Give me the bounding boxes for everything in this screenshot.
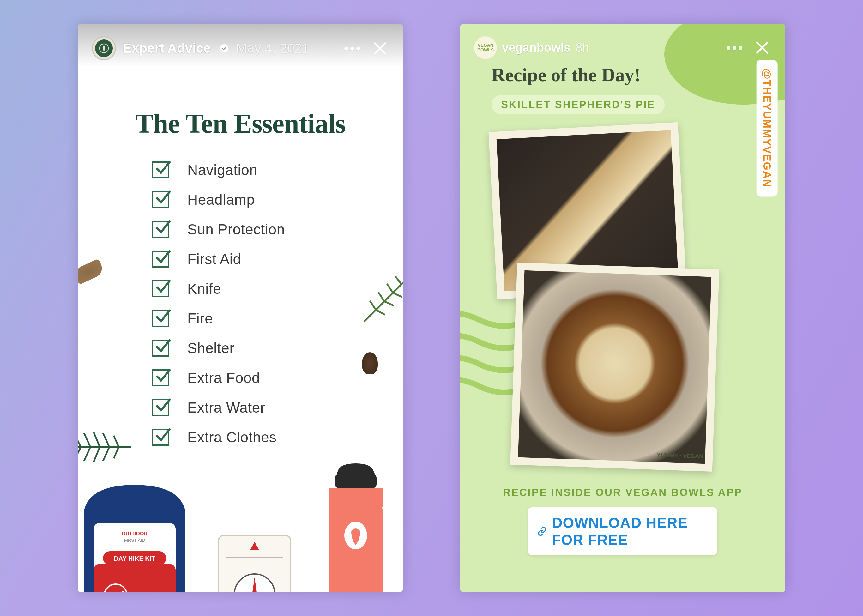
essentials-checklist: Navigation Headlamp Sun Protection First…	[152, 162, 329, 446]
download-label: DOWNLOAD HERE FOR FREE	[552, 514, 708, 548]
svg-text:FIRST AID: FIRST AID	[124, 537, 145, 543]
checkbox-icon	[152, 310, 169, 327]
svg-rect-6	[93, 564, 176, 592]
story-header: VEGAN BOWLS veganbowls 8h •••	[460, 24, 785, 62]
list-item: First Aid	[152, 250, 329, 267]
story-title: The Ten Essentials	[78, 108, 403, 139]
story-date: May 4, 2021	[236, 41, 309, 56]
story-username[interactable]: Expert Advice	[123, 41, 211, 56]
list-label: First Aid	[187, 250, 241, 267]
list-label: Navigation	[187, 162, 258, 179]
list-label: Extra Food	[187, 369, 260, 387]
avatar-text: VEGAN	[478, 43, 494, 48]
list-label: Headlamp	[187, 191, 255, 208]
list-label: Shelter	[187, 339, 234, 357]
checkbox-icon	[152, 191, 169, 208]
svg-text:AID: AID	[138, 591, 151, 592]
verified-icon	[219, 43, 230, 53]
checkbox-icon	[152, 162, 169, 179]
compass-tool-decoration	[214, 532, 296, 592]
story-expert-advice: Expert Advice May 4, 2021 ••• The Ten Es…	[78, 24, 403, 592]
list-item: Headlamp	[152, 191, 329, 208]
close-icon[interactable]	[371, 39, 389, 57]
checkbox-icon	[152, 429, 169, 446]
list-item: Sun Protection	[152, 221, 329, 238]
list-item: Knife	[152, 280, 329, 297]
list-item: Fire	[152, 310, 329, 327]
recipe-photo-plated: YUMMY • VEGAN	[510, 262, 719, 471]
list-label: Extra Clothes	[187, 429, 277, 446]
story-handle[interactable]: veganbowls	[502, 41, 571, 55]
checkbox-icon	[152, 280, 169, 297]
svg-rect-25	[329, 488, 383, 507]
list-label: Knife	[187, 280, 221, 297]
more-icon[interactable]: •••	[726, 39, 744, 56]
list-label: Fire	[187, 310, 213, 327]
pinecone-decoration	[78, 258, 105, 284]
checkbox-icon	[152, 221, 169, 238]
dish-name-pill: SKILLET SHEPHERD'S PIE	[492, 95, 665, 114]
download-button[interactable]: DOWNLOAD HERE FOR FREE	[528, 508, 717, 555]
checkbox-icon	[152, 339, 169, 357]
link-icon	[537, 525, 547, 538]
list-item: Extra Food	[152, 369, 329, 387]
close-icon[interactable]	[753, 39, 771, 57]
story-age: 8h	[576, 41, 589, 55]
recipe-heading: Recipe of the Day!	[460, 64, 785, 86]
pinecone-decoration	[362, 352, 378, 374]
list-item: Extra Water	[152, 399, 329, 416]
checkbox-icon	[152, 250, 169, 267]
more-icon[interactable]: •••	[344, 40, 362, 57]
list-label: Extra Water	[187, 399, 265, 416]
list-item: Navigation	[152, 162, 329, 179]
avatar[interactable]	[92, 36, 116, 60]
avatar-text: BOWLS	[477, 48, 494, 52]
svg-text:OUTDOOR: OUTDOOR	[122, 531, 148, 536]
list-item: Shelter	[152, 339, 329, 357]
photo-stack: YUMMY • VEGAN @THEYUMMYVEGAN	[460, 127, 785, 484]
svg-marker-1	[103, 46, 105, 51]
water-bottle-decoration	[321, 463, 390, 592]
first-aid-bag-decoration: DAY HIKE KIT OUTDOOR FIRST AID AID	[78, 472, 198, 592]
branch-decoration	[359, 270, 403, 327]
compass-icon	[95, 39, 113, 57]
svg-rect-23	[335, 474, 377, 488]
story-veganbowls: VEGAN BOWLS veganbowls 8h ••• Recipe of …	[460, 24, 785, 592]
checkbox-icon	[152, 399, 169, 416]
pine-branch-decoration	[78, 415, 131, 479]
avatar[interactable]: VEGAN BOWLS	[474, 36, 497, 59]
app-cta-text: RECIPE INSIDE OUR VEGAN BOWLS APP	[460, 487, 785, 498]
list-label: Sun Protection	[187, 221, 285, 238]
checkbox-icon	[152, 369, 169, 387]
svg-text:DAY HIKE KIT: DAY HIKE KIT	[114, 555, 155, 562]
list-item: Extra Clothes	[152, 429, 329, 446]
story-header: Expert Advice May 4, 2021 •••	[78, 24, 403, 67]
